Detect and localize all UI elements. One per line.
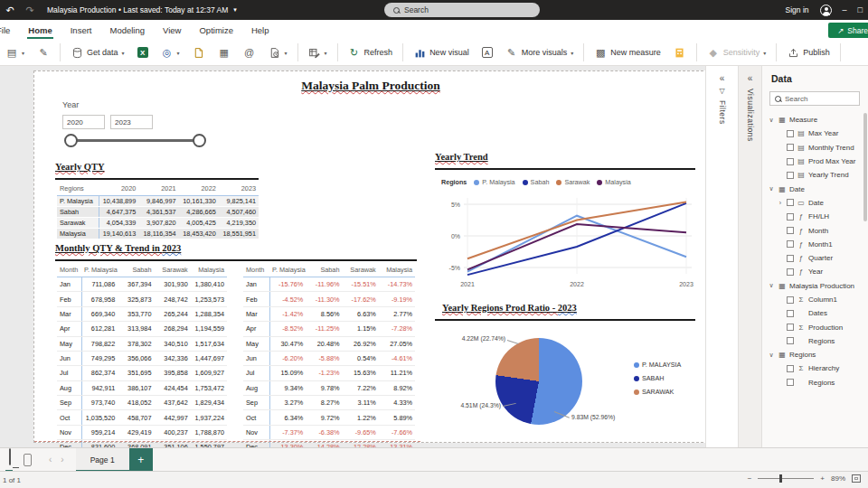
slicer-handle-start[interactable] — [64, 134, 78, 147]
field-checkbox[interactable] — [787, 324, 794, 331]
field-item-fh-lh[interactable]: ƒFH/LH — [762, 210, 868, 223]
table-row[interactable]: Oct1,035,520458,707442,9971,937,224 — [57, 410, 227, 425]
transform-data-button[interactable]: ▾ — [303, 43, 333, 61]
field-item-production[interactable]: ΣProduction — [762, 320, 868, 333]
table-row[interactable]: Apr-8.52%-11.25%1.15%-7.28% — [243, 322, 415, 336]
table-row[interactable]: Nov-7.37%-6.38%-9.65%-7.66% — [243, 425, 415, 439]
field-item-date[interactable]: ∨▦Date — [762, 182, 868, 195]
new-measure-button[interactable]: ▩New measure — [589, 43, 666, 61]
pie-legend-item[interactable]: SABAH — [634, 374, 681, 382]
menu-view[interactable]: View — [154, 22, 190, 39]
table-row[interactable]: Sabah4,647,3754,361,5374,286,6654,507,46… — [57, 207, 259, 218]
field-checkbox[interactable] — [787, 310, 794, 317]
previous-page-arrow[interactable]: ‹ — [49, 455, 52, 465]
zoom-out-button[interactable]: − — [748, 474, 752, 483]
redo-icon[interactable]: ↷ — [20, 5, 40, 16]
slicer-handle-end[interactable] — [193, 134, 206, 147]
field-item-month1[interactable]: ƒMonth1 — [762, 238, 868, 251]
menu-insert[interactable]: Insert — [61, 22, 101, 39]
menu-help[interactable]: Help — [242, 22, 278, 39]
field-checkbox[interactable] — [787, 255, 794, 262]
field-checkbox[interactable] — [787, 296, 794, 304]
sign-in-link[interactable]: Sign in — [786, 5, 809, 14]
field-checkbox[interactable] — [787, 213, 794, 221]
legend-item[interactable]: Sarawak — [556, 178, 590, 186]
table-row[interactable]: May798,822378,302340,5101,517,634 — [57, 336, 227, 351]
table-row[interactable]: Mar669,340353,770265,2441,288,354 — [57, 306, 227, 321]
table-row[interactable]: Aug9.34%9.78%7.22%8.92% — [243, 380, 415, 395]
field-item-regions[interactable]: Regions — [762, 334, 868, 348]
field-item-column1[interactable]: ΣColumn1 — [762, 293, 868, 306]
field-checkbox[interactable] — [787, 379, 794, 386]
table-row[interactable]: Apr612,281313,984268,2941,194,559 — [57, 322, 227, 336]
field-checkbox[interactable] — [787, 268, 794, 276]
field-checkbox[interactable] — [787, 130, 794, 137]
yearly-trend-line-chart[interactable]: 5%0%-5%202120222023 — [435, 187, 697, 292]
restore-button[interactable]: □ — [858, 5, 863, 14]
table-row[interactable]: Sarawak4,054,3393,907,8204,005,4254,219,… — [57, 218, 259, 229]
field-checkbox[interactable] — [787, 172, 794, 179]
legend-item[interactable]: P. Malaysia — [474, 178, 514, 186]
zoom-in-button[interactable]: + — [820, 474, 825, 483]
filters-pane-collapsed[interactable]: « ▽ Filters — [705, 66, 738, 447]
sensitivity-button[interactable]: ◆Sensitivity▾ — [702, 43, 772, 61]
field-item-year[interactable]: ƒYear — [762, 265, 868, 278]
field-checkbox[interactable] — [787, 337, 794, 344]
field-item-max-year[interactable]: ▤Max Year — [762, 127, 868, 140]
legend-item[interactable]: Sabah — [523, 178, 550, 186]
field-item-month[interactable]: ƒMonth — [762, 223, 868, 237]
monthly-trend-table[interactable]: MonthP. MalaysiaSabahSarawakMalaysiaJan-… — [243, 263, 415, 455]
field-item-regions[interactable]: ∨▦Regions — [762, 348, 868, 361]
expand-chevron-icon[interactable]: ∨ — [768, 185, 775, 192]
expand-chevron-icon[interactable]: ∨ — [768, 282, 775, 289]
table-row[interactable]: Jun749,295356,066342,3361,447,697 — [57, 351, 227, 365]
field-item-monthly-trend[interactable]: ▤Monthly Trend — [762, 141, 868, 155]
zoom-slider[interactable] — [758, 478, 814, 479]
page-tab[interactable]: Page 1 — [76, 448, 129, 472]
expand-chevron-icon[interactable]: › — [777, 200, 784, 206]
new-page-button[interactable]: + — [129, 448, 153, 472]
dataverse-button[interactable]: @ — [238, 43, 261, 61]
field-item-yearly-trend[interactable]: ▤Yearly Trend — [762, 168, 868, 182]
field-checkbox[interactable] — [787, 144, 794, 151]
table-row[interactable]: May30.47%20.48%26.92%27.05% — [243, 336, 415, 351]
excel-workbook-button[interactable]: X — [132, 44, 154, 61]
table-row[interactable]: Jan-15.76%-11.96%-15.51%-14.73% — [243, 277, 415, 292]
field-item-prod-max-year[interactable]: ▤Prod Max Year — [762, 155, 868, 168]
refresh-button[interactable]: ↻Refresh — [343, 43, 399, 61]
share-button[interactable]: ↗ Share — [828, 23, 868, 38]
data-pane-scrollbar[interactable] — [863, 113, 867, 221]
get-data-button[interactable]: Get data▾ — [65, 43, 130, 61]
table-row[interactable]: Jul862,374351,695395,8581,609,927 — [57, 366, 227, 380]
more-visuals-button[interactable]: ✎More visuals▾ — [500, 43, 580, 61]
field-checkbox[interactable] — [787, 227, 794, 234]
field-item-regions[interactable]: Regions — [762, 376, 868, 389]
menu-optimize[interactable]: Optimize — [190, 22, 241, 39]
report-page[interactable]: Malaysia Palm Production Year Yearly QTY… — [33, 70, 708, 443]
menu-home[interactable]: Home — [19, 22, 61, 39]
slicer-end-input[interactable] — [110, 115, 153, 129]
table-row[interactable]: Aug942,911386,107424,4541,753,472 — [57, 380, 227, 395]
prod-ratio-pie-chart[interactable] — [495, 338, 582, 425]
field-item-measure[interactable]: ∨▦Measure — [762, 113, 868, 127]
table-row[interactable]: Sep973,740418,052437,6421,829,434 — [57, 396, 227, 410]
expand-filters-icon[interactable]: « — [706, 66, 738, 83]
expand-visualizations-icon[interactable]: « — [739, 66, 761, 83]
field-item-date[interactable]: ›▭Date — [762, 196, 868, 210]
minimize-button[interactable]: – — [843, 5, 847, 14]
expand-chevron-icon[interactable]: ∨ — [768, 352, 775, 359]
table-row[interactable]: Malaysia19,140,61318,116,35418,453,42018… — [57, 229, 259, 239]
table-row[interactable]: Jun-6.20%-5.88%0.54%-4.61% — [243, 351, 415, 365]
table-row[interactable]: P. Malaysia10,438,8999,846,99710,161,330… — [57, 196, 259, 207]
data-search-box[interactable]: Search — [769, 91, 860, 106]
quick-measure-button[interactable] — [668, 43, 692, 61]
table-row[interactable]: Oct6.34%9.72%1.22%5.89% — [243, 410, 415, 425]
field-checkbox[interactable] — [787, 158, 794, 165]
expand-chevron-icon[interactable]: ∨ — [768, 117, 775, 124]
monthly-qty-table[interactable]: MonthP. MalaysiaSabahSarawakMalaysiaJan7… — [57, 263, 227, 455]
new-visual-button[interactable]: New visual — [408, 43, 475, 61]
format-painter-button[interactable]: ✎ — [32, 43, 55, 61]
table-row[interactable]: Jul15.09%-1.23%15.63%11.21% — [243, 366, 415, 380]
sql-server-button[interactable] — [187, 43, 211, 61]
recent-sources-button[interactable]: ▾ — [263, 43, 293, 61]
